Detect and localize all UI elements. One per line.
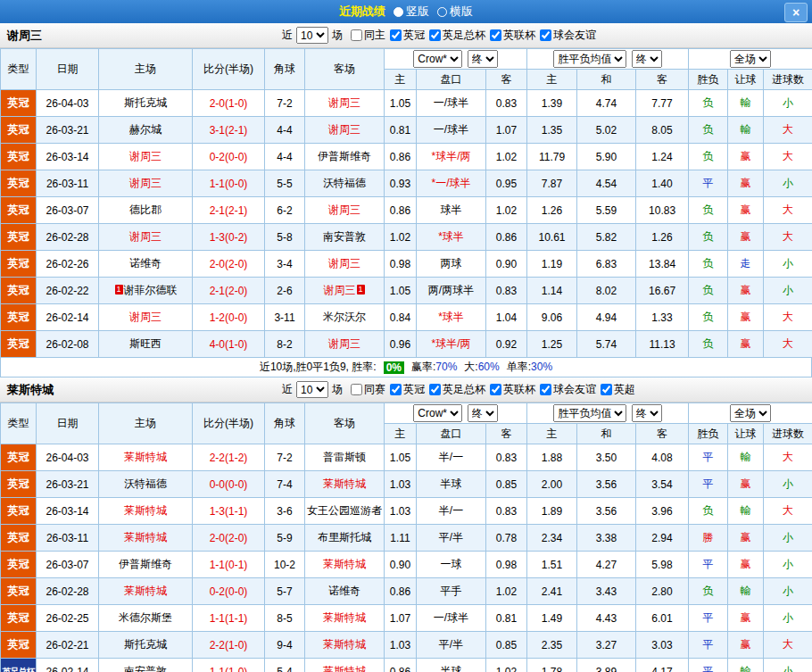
home-team[interactable]: 诺维奇	[99, 251, 193, 278]
home-team[interactable]: 谢周三	[99, 144, 193, 170]
away-team[interactable]: 伊普斯维奇	[305, 144, 385, 170]
radio-unselected-icon[interactable]	[437, 7, 447, 17]
home-team[interactable]: 莱斯特城	[99, 578, 193, 605]
final-odds-select[interactable]: 终	[632, 50, 662, 68]
handicap-line: *球半/两	[417, 144, 486, 170]
league-filter-checked[interactable]: 球会友谊	[540, 382, 596, 397]
league-filter-checked[interactable]: 英冠	[390, 28, 425, 43]
full-match-select[interactable]: 全场	[730, 404, 771, 422]
away-team[interactable]: 莱斯特城	[305, 605, 385, 632]
home-team[interactable]: 莱斯特城	[99, 525, 193, 552]
euro-odds-draw: 8.02	[577, 278, 636, 304]
league-filter-checked[interactable]: 英足总杯	[429, 28, 485, 43]
home-team[interactable]: 谢周三	[99, 224, 193, 251]
league-filter-checked[interactable]: 球会友谊	[540, 28, 596, 43]
asian-odds-home: 1.05	[385, 278, 417, 304]
away-team[interactable]: 普雷斯顿	[305, 444, 385, 471]
filter-checkbox[interactable]	[390, 384, 402, 395]
home-team[interactable]: 沃特福德	[99, 471, 193, 498]
away-team[interactable]: 莱斯特城	[305, 632, 385, 659]
euro-odds-draw: 5.74	[577, 331, 636, 358]
filter-checkbox[interactable]	[390, 29, 402, 41]
away-team[interactable]: 莱斯特城	[305, 659, 385, 672]
home-team[interactable]: 伊普斯维奇	[99, 552, 193, 578]
filter-checkbox[interactable]	[490, 29, 501, 41]
home-team[interactable]: 斯托克城	[99, 90, 193, 117]
league-filter-checked[interactable]: 英足总杯	[429, 382, 485, 397]
final-odds-select[interactable]: 终	[468, 50, 498, 68]
match-count-select[interactable]: 10	[296, 27, 328, 44]
euro-odds-draw: 5.82	[577, 224, 636, 251]
home-team[interactable]: 斯托克城	[99, 632, 193, 659]
euro-odds-home: 1.88	[527, 444, 577, 471]
home-team[interactable]: 赫尔城	[99, 117, 193, 144]
euro-odds-away: 1.24	[636, 144, 689, 170]
away-team[interactable]: 沃特福德	[305, 170, 385, 197]
home-team[interactable]: 德比郡	[99, 197, 193, 224]
bookmaker-select[interactable]: Crow*	[413, 50, 462, 68]
away-team[interactable]: 谢周三1	[305, 278, 385, 304]
col-asian-away: 客	[486, 424, 527, 444]
wdl-average-select[interactable]: 胜平负均值	[553, 50, 626, 68]
match-count-select[interactable]: 10	[296, 381, 328, 398]
score: 1-3(0-2)	[193, 224, 265, 251]
home-team[interactable]: 莱斯特城	[99, 498, 193, 525]
wdl-average-select[interactable]: 胜平负均值	[553, 404, 626, 422]
radio-selected-icon[interactable]	[394, 7, 403, 17]
filter-checkbox[interactable]	[429, 384, 441, 395]
filter-checkbox[interactable]	[601, 384, 612, 395]
result-cell: 负	[689, 197, 728, 224]
final-odds-select[interactable]: 终	[468, 404, 498, 422]
filter-checkbox[interactable]	[429, 29, 441, 41]
away-team[interactable]: 谢周三	[305, 331, 385, 358]
filter-checkbox[interactable]	[540, 29, 551, 41]
euro-odds-draw: 4.94	[577, 304, 636, 331]
asian-odds-home: 0.93	[385, 170, 417, 197]
league-filter-checked[interactable]: 英冠	[390, 382, 425, 397]
away-team[interactable]: 女王公园巡游者	[305, 498, 385, 525]
games-label: 场	[332, 28, 343, 43]
filter-checkbox[interactable]	[351, 29, 362, 41]
league-filter-unchecked[interactable]: 同主	[351, 28, 385, 43]
away-team[interactable]: 谢周三	[305, 197, 385, 224]
home-team[interactable]: 谢周三	[99, 170, 193, 197]
away-team[interactable]: 布里斯托城	[305, 525, 385, 552]
away-team[interactable]: 谢周三	[305, 90, 385, 117]
match-row: 英冠26-02-14谢周三1-2(0-0)3-11米尔沃尔0.84*球半1.04…	[1, 304, 812, 331]
euro-odds-draw: 3.50	[577, 444, 636, 471]
titlebar: 近期战绩 竖版 横版 ×	[0, 0, 812, 23]
filter-checkbox[interactable]	[351, 384, 362, 395]
match-row: 英冠26-03-21赫尔城3-1(2-1)4-4谢周三0.81一/球半1.071…	[1, 117, 812, 144]
score: 2-2(1-2)	[193, 444, 265, 471]
goals-result-cell: 小	[764, 278, 812, 304]
away-team[interactable]: 谢周三	[305, 117, 385, 144]
away-team[interactable]: 莱斯特城	[305, 471, 385, 498]
summary-item: 单率:30%	[507, 360, 552, 375]
league-filter-unchecked[interactable]: 同赛	[351, 382, 385, 397]
league-filter-checked[interactable]: 英超	[601, 382, 635, 397]
filter-checkbox[interactable]	[540, 384, 551, 395]
full-match-select[interactable]: 全场	[730, 50, 771, 68]
home-team[interactable]: 米德尔斯堡	[99, 605, 193, 632]
away-team[interactable]: 莱斯特城	[305, 552, 385, 578]
home-team[interactable]: 斯旺西	[99, 331, 193, 358]
filter-checkbox[interactable]	[490, 384, 501, 395]
league-filter-checked[interactable]: 英联杯	[490, 28, 535, 43]
radio-vertical-layout[interactable]: 竖版	[394, 4, 429, 20]
away-team[interactable]: 谢周三	[305, 251, 385, 278]
bookmaker-select[interactable]: Crow*	[413, 404, 462, 422]
final-odds-select[interactable]: 终	[632, 404, 662, 422]
handicap-result-cell: 輸	[728, 90, 764, 117]
away-team[interactable]: 米尔沃尔	[305, 304, 385, 331]
away-team[interactable]: 南安普敦	[305, 224, 385, 251]
league-filter-checked[interactable]: 英联杯	[490, 382, 535, 397]
home-team[interactable]: 1谢菲尔德联	[99, 278, 193, 304]
home-team[interactable]: 莱斯特城	[99, 444, 193, 471]
home-team[interactable]: 南安普敦	[99, 659, 193, 672]
away-team[interactable]: 诺维奇	[305, 578, 385, 605]
col-goals: 进球数	[764, 424, 812, 444]
match-date: 26-02-08	[37, 331, 99, 358]
home-team[interactable]: 谢周三	[99, 304, 193, 331]
close-button[interactable]: ×	[784, 3, 808, 22]
radio-horizontal-layout[interactable]: 横版	[437, 4, 473, 20]
